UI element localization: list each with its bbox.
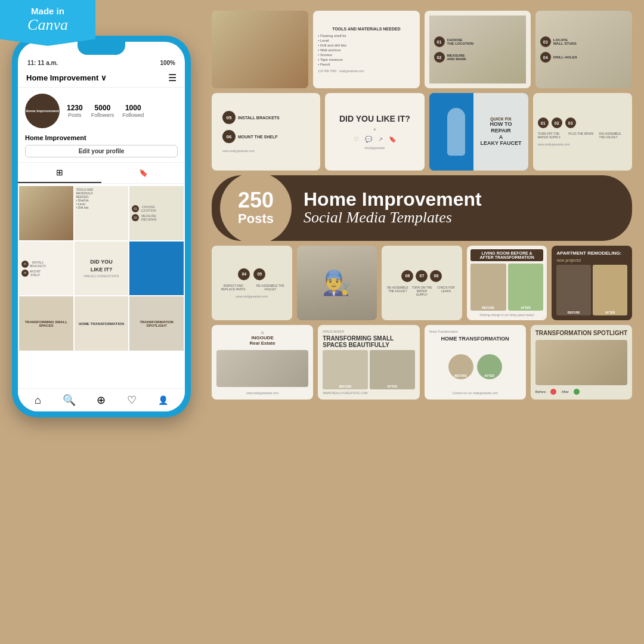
grid-cell-7: TRANSFORMING SMALL SPACES — [19, 296, 73, 351]
avatar: Home Improvement — [25, 94, 60, 128]
tag-tab[interactable]: 🔖 — [101, 163, 185, 183]
search-nav-icon[interactable]: 🔍 — [63, 394, 76, 407]
ht-circles: BEFORE AFTER — [448, 344, 502, 389]
grid-tab[interactable]: ⊞ — [18, 163, 101, 183]
tool-item: • Floating shelf kit — [318, 34, 346, 38]
banner-number-circle: 250 Posts — [220, 172, 292, 244]
followers-stat: 5000 Followers — [91, 104, 114, 118]
canva-banner: Made in Canva — [0, 0, 95, 46]
ts-title: TRANSFORMATION SPOTLIGHT — [535, 330, 627, 336]
grid-cell-4: 05INSTALLBRACKETS06MOUNTSHELF — [19, 242, 73, 296]
apartment-images: BEFORE AFTER — [556, 265, 627, 315]
profile-section: Home Improvement 1230 Posts 5000 Followe… — [18, 88, 185, 134]
bracket-step-05: 05 INSTALL BRACKETS — [222, 111, 309, 124]
thumb-tools-list[interactable]: TOOLS AND MATERIALS NEEDED • Floating sh… — [313, 11, 419, 88]
step-labels: TURN OFF THE WATER SUPPLY PLUG THE DRAIN… — [538, 132, 627, 139]
instagram-tabs: ⊞ 🔖 — [18, 162, 185, 184]
tool-item: • Wall anchors — [318, 48, 340, 52]
thumb-living-room[interactable]: HOW TO INSTALL FLOATING SHELVES IN YOUR … — [212, 11, 308, 88]
did-you-title: DID YOU LIKE IT? — [339, 114, 410, 123]
thumb-apartment-remodel[interactable]: APARTMENT REMODELING: new projects! BEFO… — [552, 246, 632, 320]
edit-profile-button[interactable]: Edit your profile — [25, 145, 178, 157]
home-nav-icon[interactable]: ⌂ — [35, 394, 41, 407]
tools-title: TOOLS AND MATERIALS NEEDED — [318, 27, 414, 31]
thumb-quick-fix-steps[interactable]: 01 02 03 TURN OFF THE WATER SUPPLY PLUG … — [533, 93, 632, 171]
template-row-3: 04 05 INSPECT AND REPLACE PARTS RE-ASSEM… — [212, 246, 632, 320]
phone-nav-bar: ⌂ 🔍 ⊕ ♡ 👤 — [18, 388, 185, 411]
profile-name: Home Improvement ∨ — [26, 73, 107, 82]
profile-nav-icon[interactable]: 👤 — [158, 395, 168, 405]
ht-title: HOME TRANSFORMATION — [441, 336, 509, 342]
banner-sub-title: Social Media Templates — [304, 209, 482, 227]
template-row-2: 05 INSTALL BRACKETS 06 MOUNT THE SHELF w… — [212, 93, 632, 171]
tool-item: • Drill and drill bits — [318, 44, 346, 47]
phone-inner: 11: 11 a.m. 100% Home Improvement ∨ ☰ Ho… — [18, 42, 185, 411]
thumb-repair-steps-6-7-8[interactable]: 06 07 08 RE-ASSEMBLE THE FAUCET TURN ON … — [382, 246, 462, 320]
canva-text: Canva — [8, 16, 87, 34]
ba-subtitle: Sharing change in our living space today… — [470, 313, 544, 317]
thumb-real-estate[interactable]: ⌂INGOUDEReal Estate www.reallygreatsite.… — [212, 325, 313, 400]
step-labels-04-05: INSPECT AND REPLACE PARTS RE-ASSEMBLE TH… — [216, 284, 287, 291]
banner-main-title: Home Improvement — [304, 190, 482, 209]
add-nav-icon[interactable]: ⊕ — [97, 394, 106, 407]
thumb-steps-3-4[interactable]: 03 LOCATEWALL STUDS 04 DRILL HOLES — [535, 11, 632, 88]
ts-image — [535, 340, 627, 385]
ss-website: WWW.REALLYGREATSITE.COM — [323, 391, 414, 395]
grid-cell-9: TRANSFORMATION SPOTLIGHT — [129, 296, 184, 351]
battery-display: 100% — [160, 60, 175, 66]
apartment-subtitle: new projects! — [556, 258, 627, 262]
banner-text: Home Improvement Social Media Templates — [304, 190, 482, 227]
thumb-repair-man[interactable]: 👨‍🔧 — [297, 246, 377, 320]
ht-tag: Home Transformation — [429, 330, 458, 333]
tool-item: • Pencil — [318, 63, 330, 66]
thumb-did-you-like[interactable]: DID YOU LIKE IT? ✦ ♡💬↗🔖 #reallygreatsite — [325, 93, 424, 171]
step-nums-04-05: 04 05 — [238, 268, 265, 280]
phone-mockup: 11: 11 a.m. 100% Home Improvement ∨ ☰ Ho… — [12, 36, 203, 441]
apartment-title: APARTMENT REMODELING: — [556, 250, 627, 256]
faucet-overlay: QUICK FIX HOW TOREPAIRALEAKY FAUCET — [473, 93, 528, 171]
made-in-text: Made in — [8, 6, 87, 16]
grid-cell-1 — [19, 186, 73, 240]
quick-fix-label: QUICK FIX — [490, 117, 511, 121]
before-after-images: BEFORE AFTER — [470, 264, 544, 311]
thumb-faucet-photo[interactable]: QUICK FIX HOW TOREPAIRALEAKY FAUCET — [429, 93, 528, 171]
grid-cell-8: HOME TRANSFORMATION — [75, 296, 129, 351]
phone-outer: 11: 11 a.m. 100% Home Improvement ∨ ☰ Ho… — [12, 36, 191, 417]
phone-grid: TOOLS ANDMATERIALSNEEDED• Shelf kit• Lev… — [18, 186, 185, 351]
before-after-title: LIVING ROOM BEFORE &AFTER TRANSFORMATION — [470, 249, 544, 261]
status-bar: 11: 11 a.m. 100% — [18, 55, 185, 69]
step-nums-06-07-08: 06 07 08 — [401, 270, 442, 282]
step-02: 02 MEASUREAND MARK — [434, 52, 521, 63]
thumb-small-spaces[interactable]: SPACE MAKER TRANSFORMING SMALL SPACES BE… — [318, 325, 419, 400]
small-spaces-images: BEFORE AFTER — [323, 350, 414, 389]
banner-posts-label: Posts — [238, 211, 274, 227]
banner-number: 250 — [238, 190, 274, 211]
template-row-4: ⌂INGOUDEReal Estate www.reallygreatsite.… — [212, 325, 632, 400]
phone-notch — [78, 42, 125, 55]
step-01: 01 CHOOSETHE LOCATION — [434, 36, 521, 47]
posts-stat: 1230 Posts — [67, 104, 83, 118]
thumb-transformation-spotlight[interactable]: TRANSFORMATION SPOTLIGHT Before After — [531, 325, 632, 400]
re-logo: ⌂INGOUDEReal Estate — [250, 330, 275, 346]
tool-item: • Level — [318, 39, 329, 42]
followed-stat: 1000 Followed — [122, 104, 144, 118]
heart-nav-icon[interactable]: ♡ — [127, 394, 137, 407]
step-03: 03 LOCATEWALL STUDS — [540, 36, 627, 47]
social-icons: ♡💬↗🔖 — [354, 136, 396, 143]
ts-before-after: Before After — [535, 389, 627, 395]
menu-icon[interactable]: ☰ — [168, 72, 177, 83]
re-website: www.reallygreatsite.com — [246, 391, 278, 395]
step-04: 04 DRILL HOLES — [540, 52, 627, 63]
tool-item: • Tape measure — [318, 58, 343, 61]
thumb-steps-1-2[interactable]: 01 CHOOSETHE LOCATION 02 MEASUREAND MARK — [425, 11, 531, 88]
space-maker-tag: SPACE MAKER — [323, 330, 414, 333]
step-labels-06-07-08: RE-ASSEMBLE THE FAUCET TURN ON THE WATER… — [386, 286, 457, 296]
ht-tagline: Connect w/ us! reallygreatsite.com — [452, 391, 497, 395]
thumb-repair-steps-4-5[interactable]: 04 05 INSPECT AND REPLACE PARTS RE-ASSEM… — [212, 246, 292, 320]
thumb-home-transformation[interactable]: Home Transformation HOME TRANSFORMATION … — [425, 325, 526, 400]
time-display: 11: 11 a.m. — [27, 60, 58, 66]
re-room-image — [216, 350, 308, 387]
profile-bio: Home Improvement — [18, 134, 185, 145]
thumb-living-before-after[interactable]: LIVING ROOM BEFORE &AFTER TRANSFORMATION… — [467, 246, 547, 320]
thumb-brackets[interactable]: 05 INSTALL BRACKETS 06 MOUNT THE SHELF w… — [212, 93, 320, 171]
